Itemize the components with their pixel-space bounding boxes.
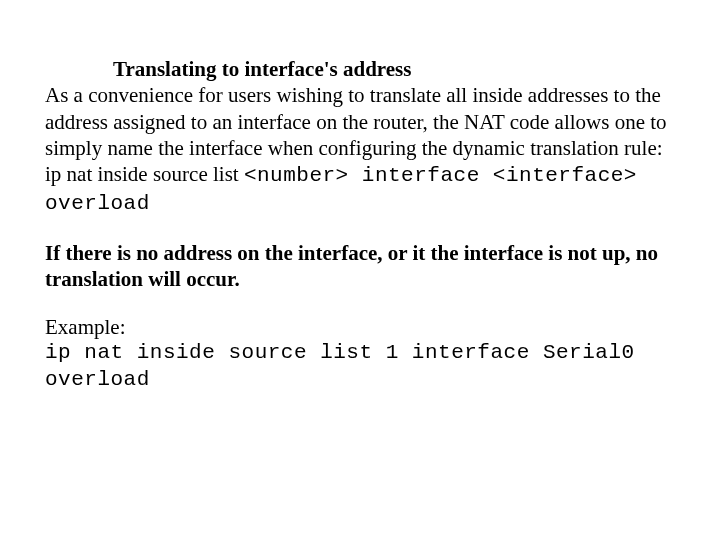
spacer <box>45 218 675 240</box>
syntax-line: ip nat inside source list <number> inter… <box>45 161 675 218</box>
example-label: Example: <box>45 314 675 340</box>
section-heading: Translating to interface's address <box>45 56 675 82</box>
example-code: ip nat inside source list 1 interface Se… <box>45 340 675 393</box>
spacer <box>45 292 675 314</box>
intro-paragraph: As a convenience for users wishing to tr… <box>45 82 675 161</box>
syntax-lead: ip nat inside source list <box>45 162 244 186</box>
document-body: Translating to interface's address As a … <box>0 0 720 393</box>
note-paragraph: If there is no address on the interface,… <box>45 240 675 293</box>
